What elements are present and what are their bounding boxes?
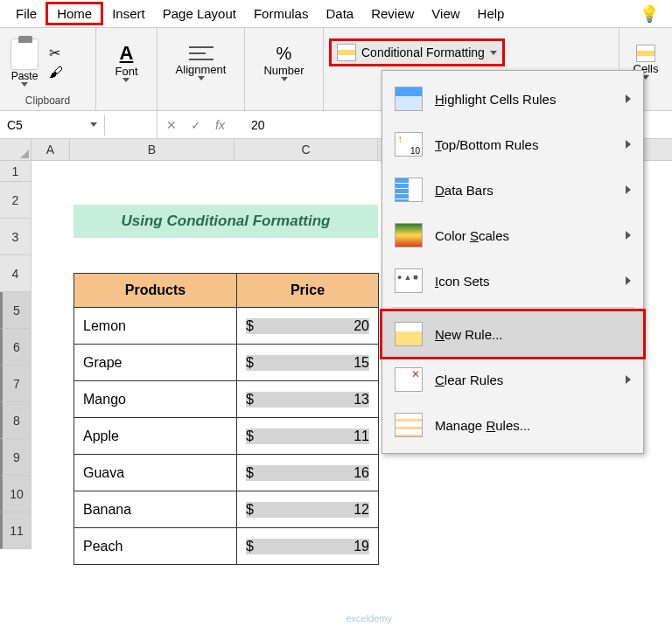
menu-new-rule[interactable]: New Rule... xyxy=(382,311,643,357)
row-header-4[interactable]: 4 xyxy=(0,255,32,292)
menu-label: Top/Bottom Rules xyxy=(435,137,613,152)
clear-rules-icon xyxy=(395,367,423,392)
highlight-rules-icon xyxy=(395,87,423,111)
row-header-3[interactable]: 3 xyxy=(0,219,32,255)
menu-label: Clear Rules xyxy=(435,373,613,387)
formula-input[interactable]: 20 xyxy=(234,118,265,132)
menu-manage-rules[interactable]: Manage Rules... xyxy=(382,402,643,448)
menu-clear-rules[interactable]: Clear Rules xyxy=(382,357,643,402)
table-row: Guava$16 xyxy=(74,455,379,491)
col-header-A[interactable]: A xyxy=(32,139,70,160)
menu-formulas[interactable]: Formulas xyxy=(245,3,318,24)
font-group-label xyxy=(102,93,151,108)
table-row: Banana$12 xyxy=(74,491,379,528)
menu-review[interactable]: Review xyxy=(362,3,423,24)
cell-product[interactable]: Guava xyxy=(74,455,237,491)
cell-product[interactable]: Peach xyxy=(74,528,237,565)
chevron-right-icon xyxy=(626,375,631,384)
chevron-down-icon xyxy=(281,77,288,81)
conditional-formatting-button[interactable]: Conditional Formatting xyxy=(329,38,505,66)
menu-view[interactable]: View xyxy=(423,3,468,24)
chevron-down-icon xyxy=(198,76,205,80)
menu-top-bottom-rules[interactable]: Top/Bottom Rules xyxy=(382,122,643,167)
table-row: Lemon$20 xyxy=(74,308,379,345)
row-header-8[interactable]: 8 xyxy=(0,402,32,439)
clipboard-icon xyxy=(10,38,38,70)
cell-price[interactable]: $11 xyxy=(237,418,379,455)
chevron-right-icon xyxy=(626,276,631,285)
chevron-down-icon xyxy=(21,82,28,87)
alignment-label: Alignment xyxy=(176,63,227,76)
table-row: Apple$11 xyxy=(74,418,379,455)
select-all-corner[interactable] xyxy=(0,139,32,160)
paste-button[interactable]: Paste xyxy=(5,38,44,87)
menu-separator xyxy=(391,307,634,308)
fx-label[interactable]: fx xyxy=(215,118,225,132)
chevron-right-icon xyxy=(626,231,631,240)
chevron-down-icon xyxy=(490,51,497,55)
col-header-C[interactable]: C xyxy=(234,139,378,160)
menu-icon-sets[interactable]: Icon Sets xyxy=(382,258,643,303)
row-headers: 1 2 3 4 5 6 7 8 9 10 11 xyxy=(0,161,32,549)
row-header-6[interactable]: 6 xyxy=(0,329,32,366)
fx-spacer xyxy=(105,111,158,138)
cells-icon xyxy=(636,45,655,62)
col-header-B[interactable]: B xyxy=(70,139,234,160)
menu-help[interactable]: Help xyxy=(469,3,514,24)
cell-price[interactable]: $13 xyxy=(237,381,379,418)
cell-product[interactable]: Grape xyxy=(74,345,237,381)
cell-product[interactable]: Banana xyxy=(74,491,237,528)
clipboard-group-label: Clipboard xyxy=(5,93,90,108)
header-price: Price xyxy=(237,274,379,308)
manage-rules-icon xyxy=(395,413,423,437)
alignment-group-label xyxy=(163,93,239,108)
alignment-button[interactable]: Alignment xyxy=(171,40,232,84)
enter-icon[interactable]: ✓ xyxy=(191,118,201,132)
ribbon-group-clipboard: Paste ✂ 🖌 Clipboard xyxy=(0,28,96,110)
font-button[interactable]: A Font xyxy=(109,38,143,86)
cell-product[interactable]: Lemon xyxy=(74,308,237,345)
number-label: Number xyxy=(263,64,304,77)
menu-page-layout[interactable]: Page Layout xyxy=(154,3,245,24)
chevron-right-icon xyxy=(626,185,631,194)
format-painter-button[interactable]: 🖌 xyxy=(49,65,63,80)
chevron-down-icon xyxy=(122,78,130,82)
menu-home[interactable]: Home xyxy=(46,2,103,25)
data-table: Products Price Lemon$20Grape$15Mango$13A… xyxy=(74,273,379,565)
cell-price[interactable]: $12 xyxy=(237,491,379,528)
row-header-7[interactable]: 7 xyxy=(0,366,32,402)
name-box[interactable]: C5 xyxy=(0,115,105,136)
cut-button[interactable]: ✂ xyxy=(49,45,63,61)
cell-product[interactable]: Apple xyxy=(74,418,237,455)
data-bars-icon xyxy=(395,178,423,202)
row-header-5[interactable]: 5 xyxy=(0,292,32,329)
menu-data[interactable]: Data xyxy=(317,3,362,24)
cell-product[interactable]: Mango xyxy=(74,381,237,418)
menu-highlight-cells-rules[interactable]: Highlight Cells Rules xyxy=(382,76,643,122)
menu-insert[interactable]: Insert xyxy=(103,3,154,24)
number-button[interactable]: % Number xyxy=(258,40,309,85)
chevron-down-icon xyxy=(90,122,97,127)
menu-data-bars[interactable]: Data Bars xyxy=(382,167,643,212)
ribbon-group-alignment: Alignment xyxy=(158,28,245,110)
row-header-11[interactable]: 11 xyxy=(0,512,32,549)
menu-label: New Rule... xyxy=(435,327,631,342)
cell-price[interactable]: $20 xyxy=(237,308,379,345)
name-box-value: C5 xyxy=(7,118,23,132)
cell-price[interactable]: $19 xyxy=(237,528,379,565)
cell-price[interactable]: $16 xyxy=(237,455,379,491)
row-header-2[interactable]: 2 xyxy=(0,182,32,219)
tell-me-bulb-icon[interactable]: 💡 xyxy=(640,4,659,24)
menu-label: Color Scales xyxy=(435,228,613,243)
row-header-1[interactable]: 1 xyxy=(0,161,32,182)
cell-price[interactable]: $15 xyxy=(237,345,379,381)
header-products: Products xyxy=(74,274,237,308)
cancel-icon[interactable]: ✕ xyxy=(166,118,177,132)
watermark: exceldemy xyxy=(346,613,392,624)
table-row: Mango$13 xyxy=(74,381,379,418)
menu-color-scales[interactable]: Color Scales xyxy=(382,212,643,258)
menu-file[interactable]: File xyxy=(7,3,46,24)
row-header-10[interactable]: 10 xyxy=(0,476,32,512)
row-header-9[interactable]: 9 xyxy=(0,439,32,476)
color-scales-icon xyxy=(395,223,423,247)
